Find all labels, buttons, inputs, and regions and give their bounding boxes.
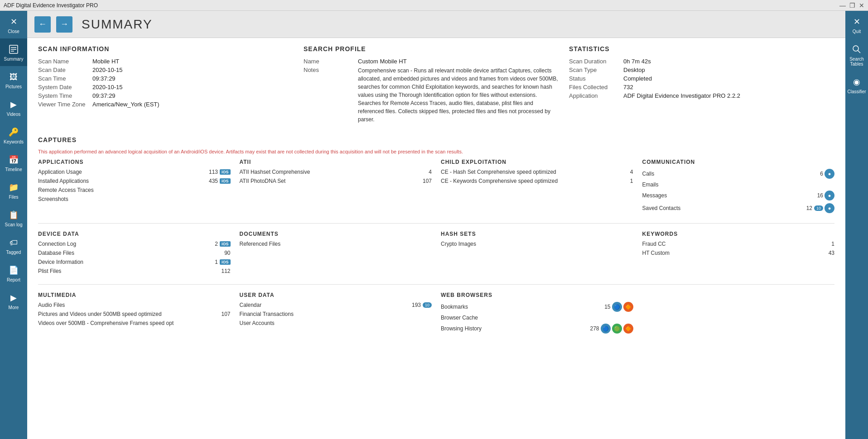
multimedia-title: MULTIMEDIA — [38, 292, 231, 298]
browsing-history-icon1: 🔵 — [601, 324, 611, 334]
divider-1 — [38, 223, 834, 224]
viewer-timezone-row: Viewer Time Zone America/New_York (EST) — [38, 101, 294, 108]
minimize-button[interactable]: — — [839, 2, 846, 9]
fraud-cc-count: 1 — [831, 241, 834, 247]
right-search-tables-button[interactable]: Search Tables — [845, 38, 868, 71]
connection-log-item: Connection Log 2 iOS — [38, 241, 231, 247]
device-data-title: DEVICE DATA — [38, 231, 231, 237]
sidebar-item-tagged[interactable]: 🏷 Tagged — [0, 232, 27, 259]
device-information-label: Device Information — [38, 259, 211, 265]
back-button[interactable]: ← — [34, 16, 51, 33]
installed-apps-label: Installed Applications — [38, 178, 205, 184]
classifier-icon: ◉ — [850, 76, 863, 88]
pictures-icon: 🖼 — [7, 71, 20, 83]
messages-browser-icon: ● — [825, 191, 834, 200]
emails-label: Emails — [642, 181, 835, 188]
window-controls[interactable]: — ❐ ✕ — [839, 2, 864, 9]
sidebar-item-pictures[interactable]: 🖼 Pictures — [0, 66, 27, 94]
sidebar-keywords-label: Keywords — [4, 139, 24, 144]
child-exploitation-title: CHILD EXPLOITATION — [441, 159, 633, 165]
scan-time-label: Scan Time — [38, 75, 92, 82]
profile-notes-row: Notes Comprehensive scan - Runs all rele… — [304, 67, 560, 124]
system-time-row: System Time 09:37:29 — [38, 92, 294, 99]
sidebar-more-label: More — [9, 305, 19, 310]
financial-transactions-item: Financial Transactions — [240, 311, 432, 317]
videos-500mb-label: Videos over 500MB - Comprehensive Frames… — [38, 320, 231, 326]
user-accounts-label: User Accounts — [240, 320, 432, 326]
search-tables-label: Search Tables — [847, 57, 866, 67]
empty-col — [642, 292, 835, 336]
sidebar-item-timeline[interactable]: 📅 Timeline — [0, 149, 27, 177]
ce-keywords-item: CE - Keywords Comprehensive speed optimi… — [441, 178, 633, 184]
sidebar-videos-label: Videos — [7, 112, 20, 117]
calendar-count: 193 — [412, 302, 421, 308]
bookmarks-icon2: 🔶 — [623, 302, 633, 312]
ce-keywords-label: CE - Keywords Comprehensive speed optimi… — [441, 178, 627, 184]
close-button[interactable]: ✕ — [859, 2, 864, 9]
profile-name-row: Name Custom Mobile HT — [304, 58, 560, 65]
sidebar-item-report[interactable]: 📄 Report — [0, 259, 27, 287]
tagged-icon: 🏷 — [7, 236, 20, 249]
pictures-videos-item: Pictures and Videos under 500MB speed op… — [38, 311, 231, 317]
right-quit-button[interactable]: ✕ Quit — [845, 11, 868, 38]
application-usage-item: Application Usage 113 iOS — [38, 169, 231, 175]
sidebar-item-files[interactable]: 📁 Files — [0, 177, 27, 204]
more-icon: ▶ — [7, 291, 20, 304]
fraud-cc-label: Fraud CC — [642, 241, 828, 247]
sidebar-item-scanlog[interactable]: 📋 Scan log — [0, 204, 27, 232]
files-collected-value: 732 — [623, 84, 633, 91]
documents-col: DOCUMENTS Referenced Files — [240, 231, 432, 277]
connection-log-count: 2 — [215, 241, 218, 247]
saved-contacts-item: Saved Contacts 12 10 ● — [642, 203, 835, 213]
sidebar-pictures-label: Pictures — [5, 84, 22, 89]
ht-custom-label: HT Custom — [642, 250, 825, 256]
restore-button[interactable]: ❐ — [849, 2, 855, 9]
calendar-extra: 10 — [423, 302, 432, 308]
sidebar-item-close[interactable]: ✕ Close — [0, 11, 27, 38]
applications-col: APPLICATIONS Application Usage 113 iOS I… — [38, 159, 231, 216]
captures-warning: This application performed an advanced l… — [38, 149, 834, 154]
installed-apps-ios: iOS — [220, 178, 231, 184]
financial-transactions-label: Financial Transactions — [240, 311, 432, 317]
atii-hashset-item: ATII Hashset Comprehensive 4 — [240, 169, 432, 175]
top-info-grid: SCAN INFORMATION Scan Name Mobile HT Sca… — [38, 45, 834, 125]
referenced-files-item: Referenced Files — [240, 241, 432, 247]
page-title: SUMMARY — [82, 17, 153, 32]
atii-hashset-count: 4 — [429, 169, 432, 175]
device-information-item: Device Information 1 iOS — [38, 259, 231, 265]
viewer-timezone-label: Viewer Time Zone — [38, 101, 92, 108]
application-usage-label: Application Usage — [38, 169, 205, 175]
system-time-value: 09:37:29 — [92, 92, 116, 99]
scanlog-icon: 📋 — [7, 209, 20, 221]
calls-count: 6 — [820, 171, 823, 177]
sidebar-item-summary[interactable]: Summary — [0, 38, 27, 66]
sidebar-item-keywords[interactable]: 🔑 Keywords — [0, 121, 27, 149]
status-label: Status — [569, 75, 623, 82]
captures-title: CAPTURES — [38, 136, 834, 143]
videos-500mb-item: Videos over 500MB - Comprehensive Frames… — [38, 320, 231, 326]
system-date-value: 2020-10-15 — [92, 84, 123, 91]
browser-cache-label: Browser Cache — [441, 315, 633, 321]
ht-custom-count: 43 — [829, 250, 834, 256]
system-date-label: System Date — [38, 84, 92, 91]
sidebar-item-videos[interactable]: ▶ Videos — [0, 94, 27, 121]
scan-time-row: Scan Time 09:37:29 — [38, 75, 294, 82]
sidebar-item-more[interactable]: ▶ More — [0, 287, 27, 315]
screenshots-item: Screenshots — [38, 196, 231, 202]
right-classifier-button[interactable]: ◉ Classifier — [845, 71, 868, 99]
app-title: ADF Digital Evidence Investigator PRO — [4, 2, 98, 9]
system-date-row: System Date 2020-10-15 — [38, 84, 294, 91]
system-time-label: System Time — [38, 92, 92, 99]
summary-icon — [7, 43, 20, 56]
web-browsers-title: WEB BROWSERS — [441, 292, 633, 298]
files-collected-label: Files Collected — [569, 84, 623, 91]
forward-button[interactable]: → — [56, 16, 72, 33]
right-panel: ✕ Quit Search Tables ◉ Classifier — [845, 11, 868, 439]
messages-item: Messages 16 ● — [642, 191, 835, 200]
applications-title: APPLICATIONS — [38, 159, 231, 165]
application-value: ADF Digital Evidence Investigator PRO 2.… — [623, 92, 740, 99]
application-usage-count: 113 — [209, 169, 218, 175]
scan-information-title: SCAN INFORMATION — [38, 45, 294, 52]
scan-type-label: Scan Type — [569, 67, 623, 73]
quit-label: Quit — [853, 29, 861, 34]
